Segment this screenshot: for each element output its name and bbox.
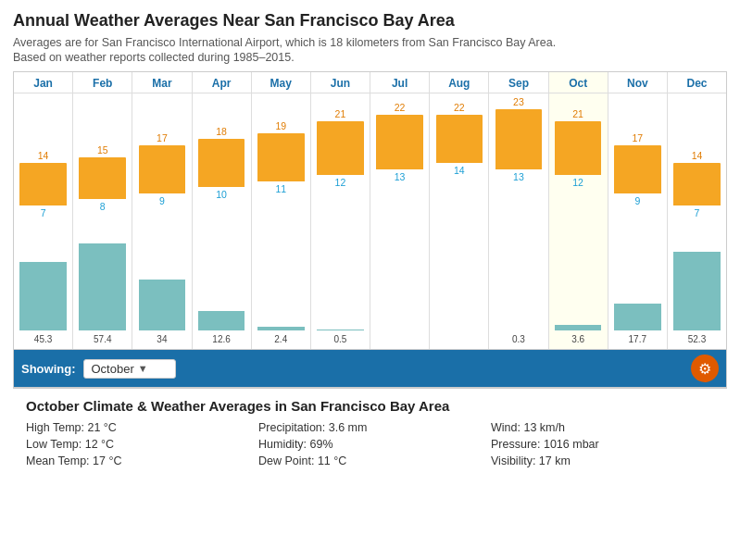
info-visibility: Visibility: 17 km — [491, 454, 714, 467]
month-col-mar[interactable]: Mar34179 — [132, 72, 192, 349]
high-label-may: 19 — [275, 120, 286, 131]
precip-label-apr: 12.6 — [212, 334, 230, 344]
col-body-aug: 2214 — [430, 93, 488, 349]
high-label-jun: 21 — [335, 108, 346, 119]
high-label-apr: 18 — [216, 126, 227, 137]
col-body-feb: 57.4158 — [73, 93, 132, 349]
high-label-feb: 15 — [97, 144, 108, 156]
info-panel: October Climate & Weather Averages in Sa… — [13, 388, 727, 479]
col-body-oct: 3.62112 — [549, 93, 608, 349]
month-col-jun[interactable]: Jun0.52112 — [311, 72, 370, 349]
month-header-oct: Oct — [549, 72, 608, 93]
low-label-oct: 12 — [572, 177, 583, 188]
month-col-may[interactable]: May2.41911 — [252, 72, 311, 349]
info-pressure: Pressure: 1016 mbar — [491, 438, 714, 451]
precip-bar-feb — [79, 243, 126, 330]
temp-bar-oct — [555, 121, 602, 175]
precip-bar-jun — [317, 330, 364, 330]
month-col-aug[interactable]: Aug2214 — [430, 72, 489, 349]
info-mean_temp: Mean Temp: 17 °C — [26, 454, 249, 467]
col-body-may: 2.41911 — [252, 93, 310, 349]
col-body-nov: 17.7179 — [608, 93, 667, 349]
precip-label-jan: 45.3 — [34, 334, 52, 344]
high-label-aug: 22 — [454, 102, 465, 113]
subtitle-1: Averages are for San Francisco Internati… — [13, 36, 727, 49]
temp-bar-sep — [495, 109, 543, 169]
settings-button[interactable]: ⚙ — [691, 355, 719, 382]
gear-icon: ⚙ — [698, 360, 711, 378]
info-low_temp: Low Temp: 12 °C — [26, 438, 249, 451]
info-dew_point: Dew Point: 11 °C — [258, 454, 482, 467]
month-col-apr[interactable]: Apr12.61810 — [193, 72, 252, 349]
low-label-jul: 13 — [395, 171, 406, 182]
col-body-jun: 0.52112 — [311, 93, 370, 349]
month-col-nov[interactable]: Nov17.7179 — [608, 72, 668, 349]
precip-label-dec: 52.3 — [688, 334, 706, 344]
temp-bar-may — [257, 133, 305, 181]
temp-bar-dec — [673, 163, 721, 205]
chart-area: Jan45.3147Feb57.4158Mar34179Apr12.61810M… — [14, 72, 726, 350]
month-header-jan: Jan — [14, 72, 72, 93]
info-high_temp: High Temp: 21 °C — [26, 421, 249, 434]
month-col-jul[interactable]: Jul2213 — [370, 72, 430, 349]
info-wind: Wind: 13 km/h — [491, 421, 714, 434]
col-body-jan: 45.3147 — [14, 93, 72, 349]
precip-label-may: 2.4 — [274, 334, 287, 344]
precip-label-feb: 57.4 — [94, 334, 111, 344]
info-title: October Climate & Weather Averages in Sa… — [26, 398, 714, 414]
temp-bar-jun — [317, 121, 364, 175]
low-label-sep: 13 — [513, 171, 524, 182]
low-label-apr: 10 — [216, 189, 227, 200]
low-label-jun: 12 — [335, 177, 346, 188]
precip-bar-jan — [19, 262, 67, 330]
col-body-mar: 34179 — [132, 93, 191, 349]
month-header-may: May — [252, 72, 310, 93]
month-header-jul: Jul — [370, 72, 429, 93]
precip-label-nov: 17.7 — [629, 334, 646, 344]
info-grid: High Temp: 21 °CPrecipitation: 3.6 mmWin… — [26, 421, 714, 467]
low-label-jan: 7 — [41, 207, 46, 218]
showing-bar: Showing: October ▼ ⚙ — [14, 350, 726, 387]
precip-bar-nov — [614, 304, 661, 330]
precip-label-sep: 0.3 — [512, 334, 525, 344]
month-col-dec[interactable]: Dec52.3147 — [668, 72, 726, 349]
month-col-sep[interactable]: Sep0.32313 — [489, 72, 548, 349]
month-col-jan[interactable]: Jan45.3147 — [14, 72, 73, 349]
temp-bar-apr — [198, 139, 245, 187]
month-header-aug: Aug — [430, 72, 488, 93]
high-label-jul: 22 — [395, 102, 406, 113]
precip-bar-mar — [139, 280, 186, 330]
precip-bar-dec — [673, 252, 721, 330]
temp-bar-mar — [139, 145, 186, 193]
high-label-oct: 21 — [572, 108, 583, 119]
high-label-nov: 17 — [632, 132, 643, 143]
month-col-feb[interactable]: Feb57.4158 — [73, 72, 132, 349]
month-header-apr: Apr — [193, 72, 251, 93]
temp-bar-feb — [79, 157, 126, 199]
low-label-feb: 8 — [100, 201, 106, 212]
main-container: Annual Weather Averages Near San Francis… — [0, 0, 740, 479]
chevron-down-icon: ▼ — [138, 363, 148, 374]
info-precipitation: Precipitation: 3.6 mm — [258, 421, 482, 434]
month-header-dec: Dec — [668, 72, 726, 93]
subtitle-2: Based on weather reports collected durin… — [13, 51, 727, 64]
temp-bar-aug — [436, 115, 483, 163]
high-label-sep: 23 — [513, 96, 524, 107]
col-body-sep: 0.32313 — [489, 93, 547, 349]
month-col-oct[interactable]: Oct3.62112 — [549, 72, 608, 349]
low-label-dec: 7 — [695, 207, 700, 218]
month-header-mar: Mar — [132, 72, 191, 93]
month-header-jun: Jun — [311, 72, 370, 93]
precip-bar-may — [257, 327, 305, 330]
selected-month: October — [92, 362, 134, 376]
page-title: Annual Weather Averages Near San Francis… — [13, 11, 727, 31]
month-selector[interactable]: October ▼ — [83, 359, 176, 379]
col-body-apr: 12.61810 — [193, 93, 251, 349]
low-label-aug: 14 — [454, 165, 465, 176]
chart-wrapper: Jan45.3147Feb57.4158Mar34179Apr12.61810M… — [13, 71, 727, 388]
low-label-nov: 9 — [634, 195, 640, 206]
col-body-jul: 2213 — [370, 93, 429, 349]
high-label-dec: 14 — [692, 150, 703, 161]
temp-bar-nov — [614, 145, 661, 193]
precip-label-oct: 3.6 — [571, 334, 584, 344]
